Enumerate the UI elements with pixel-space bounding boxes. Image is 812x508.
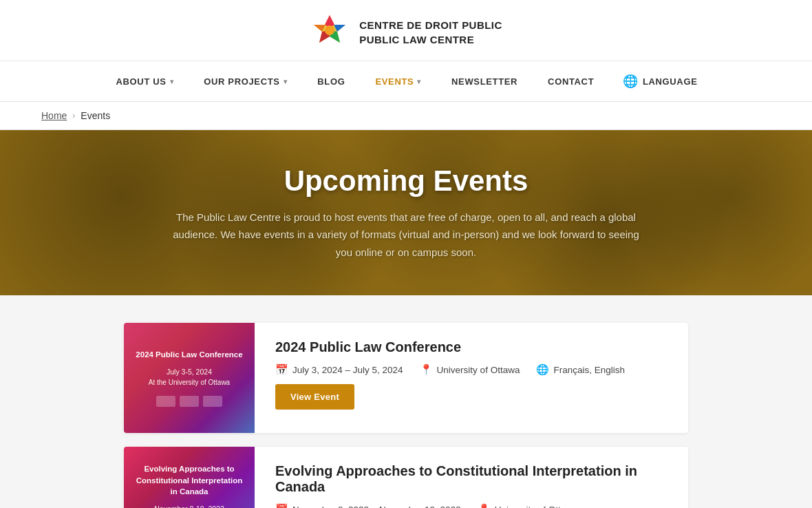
breadcrumb-current-page: Events (81, 110, 110, 121)
event-location-1: 📍 University of Ottawa (420, 363, 520, 376)
event-languages-text-1: Français, English (553, 365, 625, 375)
nav-events[interactable]: EVENTS ▾ (360, 64, 436, 99)
our-projects-chevron-icon: ▾ (284, 78, 288, 85)
event-info-1: 2024 Public Law Conference 📅 July 3, 202… (255, 323, 688, 433)
event-date-text-2: November 8, 2023 – November 10, 2023 (292, 505, 461, 509)
main-nav: ABOUT US ▾ OUR PROJECTS ▾ BLOG EVENTS ▾ … (0, 61, 812, 101)
hero-subtitle: The Public Law Centre is proud to host e… (172, 209, 640, 262)
svg-point-6 (325, 25, 334, 35)
event-thumbnail-2: Evolving Approaches to Constitutional In… (124, 447, 255, 508)
event-location-2: 📍 University of Ottawa (478, 503, 578, 508)
location-icon-2: 📍 (478, 503, 491, 508)
nav-blog[interactable]: BLOG (302, 64, 360, 99)
nav-language[interactable]: 🌐 LANGUAGE (609, 61, 711, 101)
hero-title: Upcoming Events (284, 165, 528, 198)
sponsor-logo-3 (203, 396, 222, 407)
calendar-icon-1: 📅 (275, 363, 288, 376)
sponsor-logo-2 (180, 396, 199, 407)
sponsor-logo-1 (156, 396, 175, 407)
thumbnail-venue-1: At the University of Ottawa (149, 379, 230, 386)
languages-icon-1: 🌐 (536, 363, 549, 376)
thumbnail-date-1: July 3-5, 2024 (167, 367, 212, 378)
breadcrumb-home-link[interactable]: Home (41, 110, 67, 121)
event-card: 2024 Public Law Conference July 3-5, 202… (124, 323, 688, 433)
event-info-2: Evolving Approaches to Constitutional In… (255, 447, 688, 508)
site-header: CENTRE DE DROIT PUBLIC PUBLIC LAW CENTRE… (0, 0, 812, 102)
nav-contact[interactable]: CONTACT (533, 64, 609, 99)
breadcrumb-separator: › (72, 111, 75, 120)
events-chevron-icon: ▾ (417, 78, 421, 85)
about-us-chevron-icon: ▾ (170, 78, 174, 85)
nav-about-us[interactable]: ABOUT US ▾ (101, 64, 189, 99)
logo-area: CENTRE DE DROIT PUBLIC PUBLIC LAW CENTRE (0, 0, 812, 61)
event-date-text-1: July 3, 2024 – July 5, 2024 (292, 365, 403, 375)
logo-text: CENTRE DE DROIT PUBLIC PUBLIC LAW CENTRE (359, 18, 502, 47)
event-card-2: Evolving Approaches to Constitutional In… (124, 447, 688, 508)
thumbnail-date-2: November 8-10, 2023 (154, 504, 224, 508)
event-title-1: 2024 Public Law Conference (275, 339, 667, 355)
event-title-2: Evolving Approaches to Constitutional In… (275, 463, 667, 495)
site-logo-icon (310, 12, 350, 52)
thumbnail-title-1: 2024 Public Law Conference (136, 349, 242, 360)
calendar-icon-2: 📅 (275, 503, 288, 508)
globe-icon: 🌐 (623, 74, 639, 89)
events-section: 2024 Public Law Conference July 3-5, 202… (110, 323, 702, 508)
nav-newsletter[interactable]: NEWSLETTER (436, 64, 533, 99)
event-thumbnail-1: 2024 Public Law Conference July 3-5, 202… (124, 323, 255, 433)
event-languages-1: 🌐 Français, English (536, 363, 625, 376)
thumbnail-logos-1 (156, 396, 222, 407)
nav-our-projects[interactable]: OUR PROJECTS ▾ (189, 64, 302, 99)
event-date-2: 📅 November 8, 2023 – November 10, 2023 (275, 503, 461, 508)
event-meta-1: 📅 July 3, 2024 – July 5, 2024 📍 Universi… (275, 363, 667, 376)
location-icon-1: 📍 (420, 363, 433, 376)
event-location-text-2: University of Ottawa (495, 505, 578, 509)
event-date-1: 📅 July 3, 2024 – July 5, 2024 (275, 363, 403, 376)
thumbnail-title-2: Evolving Approaches to Constitutional In… (132, 463, 246, 496)
view-event-button-1[interactable]: View Event (275, 384, 354, 410)
event-location-text-1: University of Ottawa (437, 365, 520, 375)
hero-banner: Upcoming Events The Public Law Centre is… (0, 130, 812, 295)
breadcrumb: Home › Events (0, 102, 812, 130)
event-meta-2: 📅 November 8, 2023 – November 10, 2023 📍… (275, 503, 667, 508)
